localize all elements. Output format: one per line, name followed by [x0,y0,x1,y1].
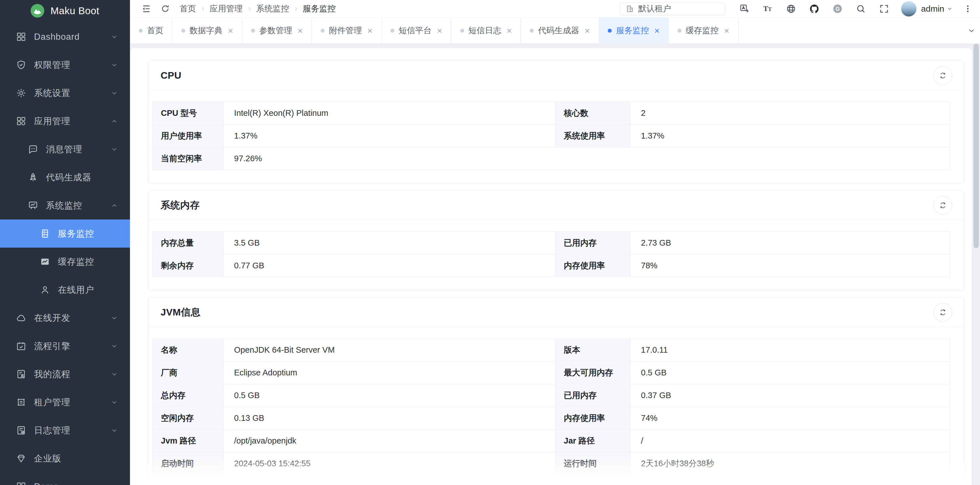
tab-dot [181,29,185,33]
cloud-icon [16,313,26,323]
tab-list-chevron-icon[interactable] [967,26,976,35]
tab-数据字典[interactable]: 数据字典× [172,18,242,43]
sidebar-item-日志管理[interactable]: 日志管理 [0,416,130,444]
tab-参数管理[interactable]: 参数管理× [242,18,312,43]
translate-icon[interactable] [740,4,749,14]
table-row: 厂商Eclipse Adoptium最大可用内存0.5 GB [152,362,950,384]
card-body: CPU 型号Intel(R) Xeon(R) Platinum核心数2用户使用率… [148,90,964,183]
tab-附件管理[interactable]: 附件管理× [312,18,382,43]
more-options-icon[interactable] [963,4,973,14]
language-globe-icon[interactable] [786,4,796,14]
sidebar-item-服务监控[interactable]: 服务监控 [0,220,130,247]
sidebar-item-在线用户[interactable]: 在线用户 [0,276,130,304]
rocket-icon [28,172,38,183]
scrollbar-thumb[interactable] [974,44,979,248]
tenant-select[interactable]: 默认租户 [620,2,725,15]
sidebar-item-权限管理[interactable]: 权限管理 [0,51,130,79]
sidebar-item-消息管理[interactable]: 消息管理 [0,135,130,163]
close-icon[interactable]: × [507,26,512,35]
chevron-down-icon [111,89,118,97]
sidebar-item-应用管理[interactable]: 应用管理 [0,107,130,135]
card-title: 系统内存 [161,199,200,212]
chevron-down-icon [947,6,953,12]
close-icon[interactable]: × [654,26,660,35]
field-value: 0.37 GB [631,384,950,407]
tabbar-tabs: 首页数据字典×参数管理×附件管理×短信平台×短信日志×代码生成器×服务监控×缓存… [130,18,738,43]
font-size-icon[interactable]: TT [763,4,773,14]
sidebar-item-label: 权限管理 [34,59,70,71]
sidebar-item-label: Dashboard [34,32,80,42]
chevron-down-icon [111,33,118,41]
gear-icon [16,88,26,98]
sidebar-item-缓存监控[interactable]: 缓存监控 [0,247,130,276]
field-label: 名称 [152,339,224,362]
breadcrumb-item[interactable]: 服务监控 [303,3,336,14]
sidebar-item-label: 日志管理 [34,424,70,436]
sidebar-item-label: 缓存监控 [58,256,94,268]
app-logo[interactable]: Maku Boot [0,2,130,20]
close-icon[interactable]: × [298,26,303,35]
field-label: 总内存 [152,384,224,407]
tab-短信日志[interactable]: 短信日志× [452,18,521,43]
tab-dot [608,29,612,33]
github-icon[interactable] [809,4,819,14]
field-label: 核心数 [555,102,631,124]
sidebar-item-流程引擎[interactable]: 流程引擎 [0,332,130,360]
breadcrumb-item[interactable]: 应用管理 [210,3,243,14]
breadcrumb-item[interactable]: 系统监控 [256,3,289,14]
doc-user-icon [16,369,26,380]
field-label: Jvm 路径 [152,430,224,452]
sidebar-item-我的流程[interactable]: 我的流程 [0,360,130,388]
tab-缓存监控[interactable]: 缓存监控× [669,18,738,43]
username: admin [921,4,944,14]
field-label: 版本 [555,339,631,362]
menu-fold-icon[interactable] [141,4,151,14]
user-menu[interactable]: admin [921,4,953,14]
fullscreen-icon[interactable] [879,4,889,14]
sidebar-item-label: Demo [34,482,59,485]
field-label: CPU 型号 [152,102,224,124]
refresh-page-icon[interactable] [161,4,170,13]
table-row: 内存总量3.5 GB已用内存2.73 GB [152,232,950,254]
close-icon[interactable]: × [367,26,372,35]
chevron-down-icon [111,146,118,153]
tab-首页[interactable]: 首页 [130,18,172,43]
sidebar-item-在线开发[interactable]: 在线开发 [0,304,130,332]
card-refresh-button[interactable] [934,66,952,85]
tab-代码生成器[interactable]: 代码生成器× [521,18,599,43]
close-icon[interactable]: × [437,26,442,35]
tab-dot [321,29,325,33]
sidebar-item-label: 应用管理 [34,115,70,127]
sidebar-item-企业版[interactable]: 企业版 [0,444,130,472]
tab-短信平台[interactable]: 短信平台× [382,18,452,43]
chat-icon [28,144,38,155]
top-header: 首页应用管理系统监控服务监控 默认租户 TT G admin [130,0,980,18]
breadcrumb-item[interactable]: 首页 [180,3,196,14]
tab-服务监控[interactable]: 服务监控× [599,18,669,43]
sidebar-item-系统监控[interactable]: 系统监控 [0,191,130,220]
app-title: Maku Boot [51,5,99,16]
field-label: 已用内存 [555,232,631,254]
sidebar-item-Demo[interactable]: Demo [0,472,130,485]
sidebar-item-label: 系统监控 [46,199,82,212]
field-value: 97.26% [224,147,950,170]
sidebar-item-代码生成器[interactable]: 代码生成器 [0,163,130,191]
card-body: 名称OpenJDK 64-Bit Server VM版本17.0.11厂商Ecl… [148,327,964,485]
close-icon[interactable]: × [584,26,590,35]
field-label: 当前空闲率 [152,147,224,170]
avatar[interactable] [901,1,916,16]
card-refresh-button[interactable] [934,196,952,215]
sidebar-item-租户管理[interactable]: 租户管理 [0,388,130,416]
close-icon[interactable]: × [724,26,729,35]
card-refresh-button[interactable] [934,303,952,322]
sidebar-item-Dashboard[interactable]: Dashboard [0,23,130,51]
close-icon[interactable]: × [228,26,233,35]
table-row: Jvm 路径/opt/java/openjdkJar 路径/ [152,430,950,452]
gitee-icon[interactable]: G [832,4,843,14]
search-icon[interactable] [856,4,866,14]
refresh-icon [939,308,947,317]
sidebar-item-系统设置[interactable]: 系统设置 [0,79,130,107]
tabbar: 首页数据字典×参数管理×附件管理×短信平台×短信日志×代码生成器×服务监控×缓存… [130,18,980,44]
card-header: JVM信息 [148,298,964,327]
chevron-right-icon [247,6,252,12]
